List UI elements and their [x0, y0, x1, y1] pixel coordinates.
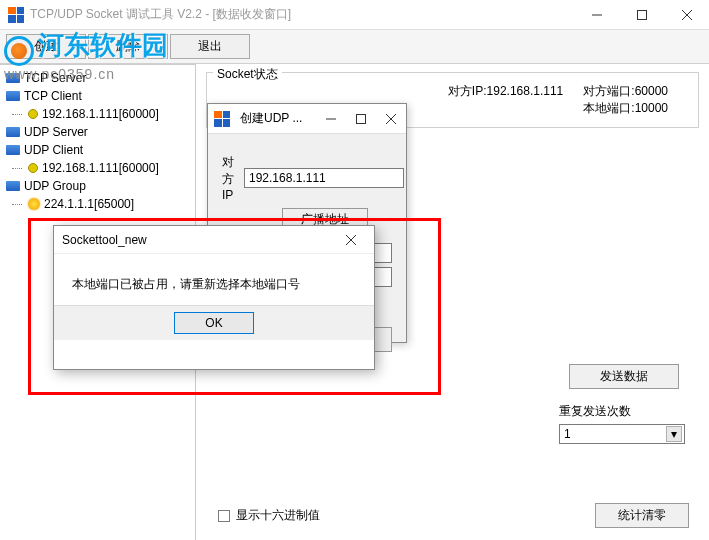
alert-close-button[interactable] [336, 227, 366, 253]
send-data-button[interactable]: 发送数据 [569, 364, 679, 389]
alert-dialog: Sockettool_new 本地端口已被占用，请重新选择本地端口号 OK [53, 225, 375, 370]
tree-udp-server[interactable]: UDP Server [2, 123, 193, 141]
alert-message: 本地端口已被占用，请重新选择本地端口号 [54, 254, 374, 305]
alert-ok-button[interactable]: OK [174, 312, 253, 334]
delete-button[interactable]: 删除 [88, 34, 168, 59]
tree-udp-group[interactable]: UDP Group [2, 177, 193, 195]
repeat-count-label: 重复发送次数 [559, 403, 689, 420]
tree-tcp-client[interactable]: TCP Client [2, 87, 193, 105]
client-icon [6, 145, 20, 155]
exit-button[interactable]: 退出 [170, 34, 250, 59]
window-title: TCP/UDP Socket 调试工具 V2.2 - [数据收发窗口] [30, 6, 574, 23]
send-panel: 发送数据 重复发送次数 1 ▾ [559, 364, 689, 444]
dialog-icon [214, 111, 230, 127]
connection-icon [28, 163, 38, 173]
alert-title: Sockettool_new [62, 233, 147, 247]
udp-dialog-title: 创建UDP ... [240, 110, 302, 127]
udp-minimize-button[interactable] [316, 105, 346, 133]
clear-stats-button[interactable]: 统计清零 [595, 503, 689, 528]
socket-status-legend: Socket状态 [213, 66, 282, 83]
toolbar: 创建 删除 退出 [0, 30, 709, 64]
peer-ip-value: 192.168.1.111 [487, 84, 564, 98]
hex-display-checkbox[interactable] [218, 510, 230, 522]
bottom-bar: 显示十六进制值 统计清零 [218, 503, 689, 528]
udp-maximize-button[interactable] [346, 105, 376, 133]
svg-rect-5 [357, 114, 366, 123]
chevron-down-icon[interactable]: ▾ [666, 426, 682, 442]
svg-rect-1 [637, 10, 646, 19]
app-icon [8, 7, 24, 23]
hex-display-label: 显示十六进制值 [236, 507, 320, 524]
tree-udp-client[interactable]: UDP Client [2, 141, 193, 159]
tree-tcp-client-conn[interactable]: 192.168.1.111[60000] [2, 105, 193, 123]
minimize-button[interactable] [574, 0, 619, 30]
multicast-icon [28, 198, 40, 210]
peer-ip-label: 对方IP [222, 154, 234, 202]
tree-tcp-server[interactable]: TCP Server [2, 69, 193, 87]
create-button[interactable]: 创建 [6, 34, 86, 59]
connection-icon [28, 109, 38, 119]
client-icon [6, 91, 20, 101]
maximize-button[interactable] [619, 0, 664, 30]
repeat-count-select[interactable]: 1 ▾ [559, 424, 685, 444]
tree-udp-group-conn[interactable]: 224.1.1.1[65000] [2, 195, 193, 213]
group-icon [6, 181, 20, 191]
udp-close-button[interactable] [376, 105, 406, 133]
peer-port-value: 60000 [635, 84, 668, 98]
server-icon [6, 73, 20, 83]
local-port-value: 10000 [635, 101, 668, 115]
tree-udp-client-conn[interactable]: 192.168.1.111[60000] [2, 159, 193, 177]
close-button[interactable] [664, 0, 709, 30]
server-icon [6, 127, 20, 137]
peer-ip-input[interactable] [244, 168, 404, 188]
window-titlebar: TCP/UDP Socket 调试工具 V2.2 - [数据收发窗口] [0, 0, 709, 30]
